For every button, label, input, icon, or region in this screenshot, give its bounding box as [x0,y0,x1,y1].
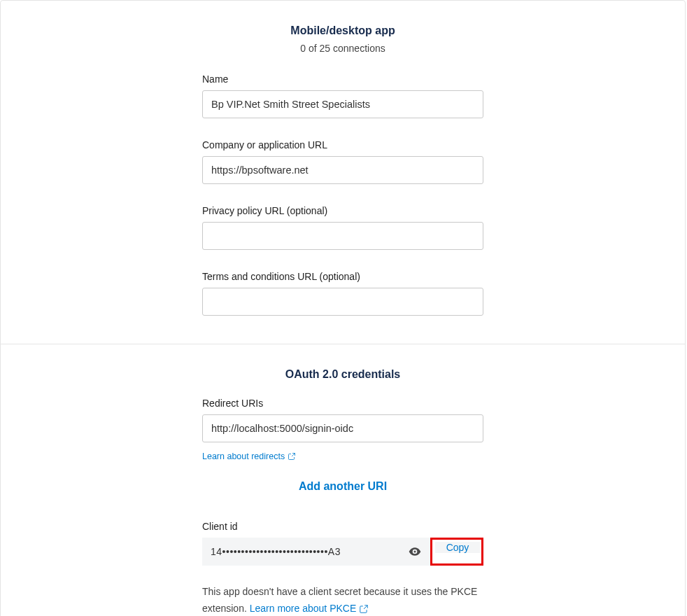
external-link-icon [359,604,369,614]
pkce-note: This app doesn't have a client secret be… [202,584,483,616]
form-area: Name Company or application URL Privacy … [202,74,483,316]
client-id-row: 14••••••••••••••••••••••••••••A3 Copy [202,538,483,566]
client-id-block: Client id 14••••••••••••••••••••••••••••… [202,521,483,566]
client-id-masked-value: 14••••••••••••••••••••••••••••A3 [211,546,341,557]
learn-redirects-row: Learn about redirects [202,449,483,462]
terms-url-label: Terms and conditions URL (optional) [202,271,483,282]
learn-pkce-link[interactable]: Learn more about PKCE [250,601,369,616]
oauth-section-title: OAuth 2.0 credentials [15,368,671,381]
redirect-uri-input[interactable] [202,414,483,442]
copy-button-highlight: Copy [430,538,483,566]
name-field-group: Name [202,74,483,118]
terms-url-input[interactable] [202,288,483,316]
connections-count: 0 of 25 connections [15,43,671,54]
oauth-form: Redirect URIs Learn about redirects Add … [202,398,483,616]
oauth-section: OAuth 2.0 credentials Redirect URIs Lear… [1,344,685,616]
app-details-section: Mobile/desktop app 0 of 25 connections N… [1,1,685,344]
section-title: Mobile/desktop app [15,24,671,37]
name-label: Name [202,74,483,85]
eye-icon [408,545,422,559]
learn-redirects-label: Learn about redirects [202,451,285,461]
app-panel: Mobile/desktop app 0 of 25 connections N… [0,0,686,616]
privacy-url-label: Privacy policy URL (optional) [202,205,483,216]
learn-redirects-link[interactable]: Learn about redirects [202,451,296,461]
copy-client-id-button[interactable]: Copy [435,542,480,553]
redirect-uri-field-group: Redirect URIs Learn about redirects [202,398,483,462]
privacy-url-field-group: Privacy policy URL (optional) [202,205,483,250]
terms-url-field-group: Terms and conditions URL (optional) [202,271,483,316]
name-input[interactable] [202,90,483,118]
external-link-icon [288,452,296,461]
company-url-input[interactable] [202,156,483,184]
privacy-url-input[interactable] [202,222,483,250]
add-uri-row: Add another URI [202,480,483,493]
redirect-uri-label: Redirect URIs [202,398,483,409]
client-id-label: Client id [202,521,483,532]
learn-pkce-label: Learn more about PKCE [250,601,357,616]
add-another-uri-link[interactable]: Add another URI [299,480,387,492]
client-id-value-wrap: 14••••••••••••••••••••••••••••A3 [202,538,430,566]
company-url-label: Company or application URL [202,139,483,150]
company-url-field-group: Company or application URL [202,139,483,184]
reveal-client-id-button[interactable] [408,545,422,559]
